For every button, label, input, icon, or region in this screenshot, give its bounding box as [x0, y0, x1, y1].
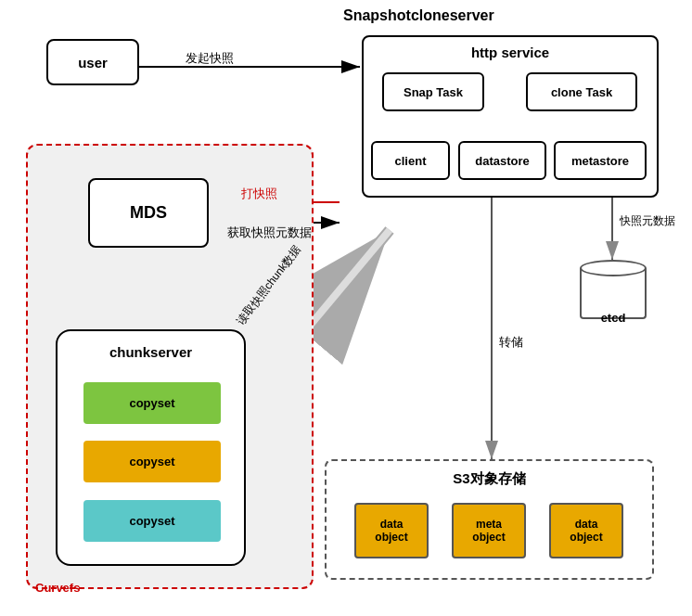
- arrow-label-transfer: 转储: [499, 334, 523, 351]
- curvefs-label: Curvefs: [35, 581, 80, 595]
- arrow-label-take-snapshot: 发起快照: [186, 50, 234, 67]
- s3-meta-object: metaobject: [452, 503, 526, 558]
- arrow-label-snap-photo: 打快照: [241, 186, 277, 202]
- datastore-box: datastore: [458, 141, 546, 180]
- copyset-green: copyset: [83, 382, 221, 424]
- s3-box: S3对象存储 dataobject metaobject dataobject: [325, 459, 654, 580]
- http-service-label: http service: [471, 45, 549, 60]
- etcd-box: etcd: [580, 260, 647, 325]
- chunkserver-box: chunkserver copyset copyset copyset: [56, 329, 246, 566]
- http-service-box: http service Snap Task clone Task client…: [362, 35, 659, 198]
- snap-task-box: Snap Task: [382, 72, 484, 111]
- copyset-cyan: copyset: [83, 500, 221, 542]
- mds-box: MDS: [88, 178, 209, 248]
- server-title: Snapshotcloneserver: [343, 7, 494, 24]
- copyset-yellow: copyset: [83, 441, 221, 482]
- arrow-label-get-metadata: 获取快照元数据: [227, 225, 312, 241]
- architecture-diagram: Snapshotcloneserver user http service Sn…: [0, 0, 692, 616]
- client-box: client: [371, 141, 450, 180]
- arrow-label-snapshot-metadata: 快照元数据: [620, 213, 675, 229]
- user-box: user: [46, 39, 139, 85]
- chunkserver-label: chunkserver: [109, 344, 192, 360]
- clone-task-box: clone Task: [526, 72, 637, 111]
- metastore-box: metastore: [554, 141, 647, 180]
- etcd-label: etcd: [601, 311, 626, 325]
- s3-data-object-2: dataobject: [549, 503, 623, 558]
- s3-label: S3对象存储: [453, 470, 525, 488]
- s3-data-object-1: dataobject: [354, 503, 429, 558]
